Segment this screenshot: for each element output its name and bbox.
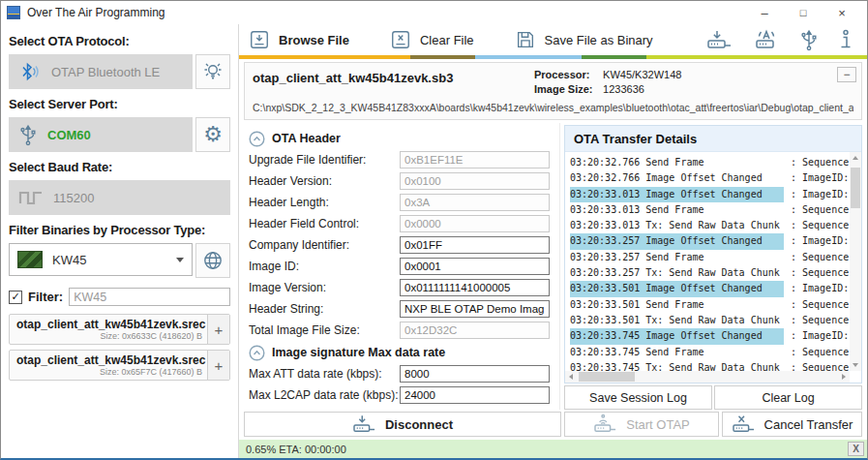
processor-info-value: KW45/K32W148	[603, 69, 681, 80]
log-row[interactable]: 03:20:33.501 Tx: Send Raw Data Chunk : S…	[570, 313, 848, 328]
browse-processors-button[interactable]	[195, 243, 230, 278]
horizontal-scrollbar[interactable]	[565, 371, 850, 383]
bulb-icon	[201, 60, 224, 83]
file-name: otap_client_att_kw45b41zevk.srec	[16, 318, 202, 331]
file-size: Size: 0x6633C (418620) B	[16, 331, 202, 341]
bluetooth-icon	[18, 61, 42, 82]
scroll-left-icon[interactable]	[569, 374, 573, 380]
vertical-scroll-thumb[interactable]	[851, 168, 860, 208]
main-area: Browse File Clear File	[239, 24, 867, 458]
horizontal-scroll-thumb[interactable]	[579, 372, 635, 382]
field-input[interactable]	[400, 194, 550, 211]
save-session-log-button[interactable]: Save Session Log	[564, 385, 712, 410]
globe-icon	[201, 249, 224, 272]
log-row[interactable]: 03:20:33.501 Send Frame : Sequence I	[570, 297, 848, 313]
clear-log-button[interactable]: Clear Log	[714, 385, 862, 410]
field-input[interactable]	[400, 279, 550, 296]
chevron-up-circle-icon	[249, 345, 265, 361]
signature-section-title: Image signature Max data rate	[272, 346, 445, 359]
log-message: 03:20:33.745 Image Offset Changed	[570, 328, 791, 344]
file-size: Size: 0x65F7C (417660) B	[16, 367, 202, 377]
add-file-button[interactable]: +	[207, 351, 229, 380]
file-info-panel: otap_client_att_kw45b41zevk.sb3 Processo…	[244, 62, 862, 120]
status-close-button[interactable]: X	[848, 442, 864, 456]
image-size-value: 1233636	[603, 83, 644, 95]
action-bar: Disconnect Start OTAP	[244, 412, 862, 437]
app-icon	[7, 6, 20, 19]
bluetooth-protocol-button[interactable]: OTAP Bluetooth LE	[9, 54, 193, 89]
usb-toolbar-icon[interactable]	[799, 28, 819, 51]
close-button[interactable]: ×	[823, 2, 861, 23]
cancel-transfer-button[interactable]: Cancel Transfer	[722, 412, 862, 437]
field-input[interactable]	[400, 365, 550, 383]
field-input[interactable]	[400, 258, 550, 275]
transfer-log[interactable]: 03:20:32.766 Send Frame : Sequence I 03:…	[565, 152, 861, 383]
field-label: Company Identifier:	[249, 238, 400, 252]
download-firmware-icon[interactable]	[706, 28, 733, 51]
start-otap-button[interactable]: Start OTAP	[564, 412, 719, 437]
log-message: 03:20:33.257 Tx: Send Raw Data Chunk	[570, 265, 791, 281]
field-input[interactable]	[400, 300, 550, 318]
plus-icon: +	[215, 322, 224, 338]
log-message: 03:20:33.257 Image Offset Changed	[570, 233, 791, 249]
scroll-down-icon[interactable]	[853, 363, 858, 367]
log-row[interactable]: 03:20:33.013 Tx: Send Raw Data Chunk : S…	[570, 218, 848, 233]
scan-devices-button[interactable]	[195, 54, 230, 89]
log-row[interactable]: 03:20:33.257 Image Offset Changed : Imag…	[570, 233, 848, 249]
processor-dropdown-value: KW45	[52, 253, 86, 267]
scroll-up-icon[interactable]	[853, 156, 858, 160]
file-list-item[interactable]: otap_client_att_kw45b41zevk.srec Size: 0…	[9, 314, 230, 345]
field-label: Total Image File Size:	[249, 323, 400, 337]
log-row[interactable]: 03:20:32.766 Image Offset Changed : Imag…	[570, 170, 848, 186]
disconnect-button[interactable]: Disconnect	[244, 412, 561, 437]
field-input[interactable]	[400, 172, 550, 190]
log-row[interactable]: 03:20:33.013 Send Frame : Sequence I	[570, 202, 848, 218]
field-input[interactable]	[400, 215, 550, 232]
ota-header-section-header[interactable]: OTA Header	[249, 129, 550, 148]
sidebar: Select OTA Protocol: OTAP Bluetooth LE	[1, 24, 239, 458]
cancel-transfer-label: Cancel Transfer	[764, 417, 853, 432]
log-row[interactable]: 03:20:33.745 Image Offset Changed : Imag…	[570, 328, 848, 344]
field-input[interactable]	[400, 151, 550, 169]
log-message: 03:20:33.501 Image Offset Changed	[570, 281, 791, 296]
browse-file-button[interactable]: Browse File	[249, 29, 349, 50]
maximize-button[interactable]: □	[784, 2, 823, 23]
info-icon[interactable]	[838, 28, 853, 51]
log-row[interactable]: 03:20:33.013 Image Offset Changed : Imag…	[570, 187, 848, 202]
field-input[interactable]	[400, 322, 550, 339]
rf-antenna-icon[interactable]	[753, 28, 780, 51]
filter-checkbox[interactable]: ✓	[9, 291, 22, 304]
filter-input[interactable]	[69, 288, 230, 306]
field-input[interactable]	[400, 236, 550, 254]
board-thumbnail	[17, 251, 43, 268]
log-row[interactable]: 03:20:33.501 Image Offset Changed : Imag…	[570, 281, 848, 296]
com-port-button[interactable]: COM60	[9, 117, 193, 152]
field-input[interactable]	[400, 386, 550, 404]
usb-icon	[18, 123, 38, 146]
clear-file-button[interactable]: Clear File	[390, 29, 474, 50]
scroll-right-icon[interactable]	[842, 374, 846, 380]
save-binary-label: Save File as Binary	[545, 33, 653, 47]
baud-rate-button[interactable]: 115200	[9, 180, 230, 215]
ota-header-field-row: Company Identifier:	[249, 236, 550, 254]
file-list-item[interactable]: otap_client_att_kw45b41zevk.srec Size: 0…	[9, 350, 230, 381]
vertical-scrollbar[interactable]	[850, 152, 861, 371]
processor-filter-label: Filter Binaries by Processor Type:	[9, 223, 230, 237]
save-binary-button[interactable]: Save File as Binary	[515, 29, 653, 50]
log-message: 03:20:32.766 Send Frame	[570, 155, 791, 170]
processor-dropdown[interactable]: KW45	[9, 243, 193, 276]
log-row[interactable]: 03:20:33.257 Send Frame : Sequence I	[570, 250, 848, 265]
collapse-panel-button[interactable]: −	[837, 67, 856, 82]
status-bar: 0.65% ETA: 00:00:00 X	[239, 440, 867, 458]
signature-section-header[interactable]: Image signature Max data rate	[249, 343, 550, 362]
port-settings-button[interactable]: ⚙	[195, 117, 230, 152]
protocol-button-label: OTAP Bluetooth LE	[51, 65, 160, 79]
log-row[interactable]: 03:20:33.257 Tx: Send Raw Data Chunk : S…	[570, 265, 848, 281]
minimize-button[interactable]: –	[745, 2, 784, 23]
ota-header-field-row: Image Version:	[249, 279, 550, 296]
log-row[interactable]: 03:20:33.745 Send Frame : Sequence I	[570, 345, 848, 360]
log-row[interactable]: 03:20:32.766 Send Frame : Sequence I	[570, 155, 848, 170]
signature-field-row: Max ATT data rate (kbps):	[249, 365, 550, 383]
gear-icon: ⚙	[203, 124, 223, 145]
add-file-button[interactable]: +	[207, 315, 229, 344]
